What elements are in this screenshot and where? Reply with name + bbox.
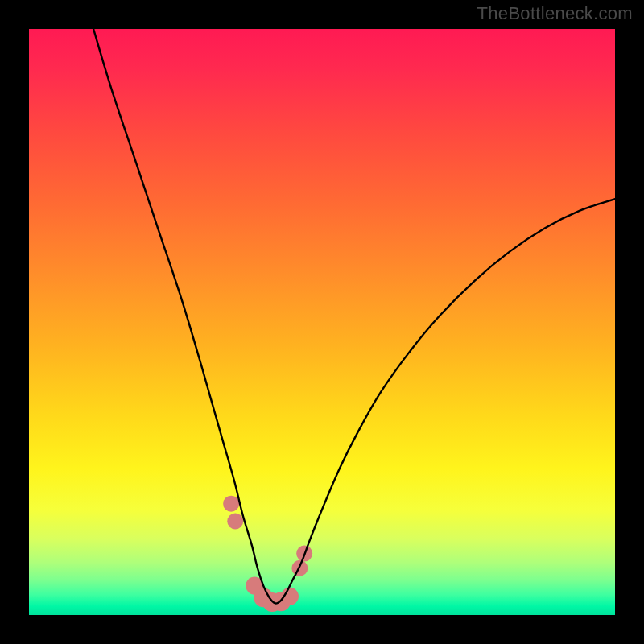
plot-area [29, 29, 615, 615]
watermark-text: TheBottleneck.com [477, 3, 633, 24]
curve-marker [223, 496, 239, 512]
bottleneck-chart [29, 29, 615, 615]
gradient-background [29, 29, 615, 615]
curve-marker [227, 514, 243, 530]
frame: TheBottleneck.com [0, 0, 644, 644]
